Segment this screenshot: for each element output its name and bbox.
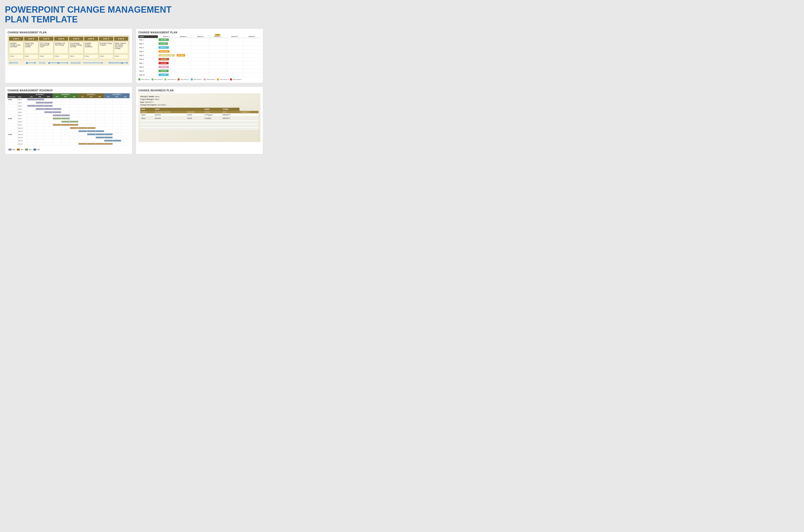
steps-grid: STEP 1 Establish Change Scope and Goals … bbox=[9, 37, 128, 59]
roadmap-row: Task 11 bbox=[7, 130, 130, 133]
gantt-rows: Task 1Due 00/00Task 2Due 00/00Task 3Mile… bbox=[138, 38, 260, 77]
subh-required: REQUIRED bbox=[186, 111, 204, 113]
steps-container: STEP 1 Establish Change Scope and Goals … bbox=[7, 35, 130, 65]
roadmap-row: NAMETask 1 bbox=[7, 98, 130, 101]
today-badge: TODAY bbox=[215, 34, 221, 36]
step-col-2: STEP 2 Explain Why Change Is Needed Note… bbox=[24, 37, 38, 59]
timeline-manage: MANAGE bbox=[69, 62, 83, 64]
roadmap-month-headers: CATEGORY TASK JAN FEB MAR APR MAY JUN JU… bbox=[7, 96, 130, 98]
readiness-wrapper: PROJECT NAME: Name Project Manager: Name… bbox=[138, 93, 260, 142]
roadmap-row: Task 15 bbox=[7, 142, 130, 146]
gantt-wrapper: TASKS MONTH 1 MONTH 2 MONTH 3 TODAY MONT… bbox=[138, 35, 260, 80]
step-col-1: STEP 1 Establish Change Scope and Goals … bbox=[9, 37, 23, 59]
subh-date: DATE bbox=[222, 111, 240, 113]
readiness-row bbox=[140, 120, 259, 121]
step-col-5: STEP 5 Communicate Change Strategy and P… bbox=[69, 37, 83, 59]
tl-dot-2 bbox=[48, 62, 50, 64]
roadmap-row: Task 6 bbox=[7, 114, 130, 117]
tl-dot-1 bbox=[26, 62, 28, 64]
gantt-tasks-header: TASKS bbox=[138, 35, 158, 38]
readiness-meta: PROJECT NAME: Name Project Manager: Name… bbox=[140, 95, 259, 106]
tl-dot-3 bbox=[57, 62, 59, 64]
col-who: WHO bbox=[140, 108, 154, 111]
panel4-title: CHANGE READINESS PLAN bbox=[138, 89, 260, 92]
roadmap-quarter-headers: QUARTER 1 QUARTER 2 QUARTER 3 QUARTER 4 bbox=[7, 93, 130, 96]
timeline-reinforce: REINFORCE bbox=[103, 62, 121, 64]
subh-owner: OWNER bbox=[140, 111, 154, 113]
gantt-month-headers: TASKS MONTH 1 MONTH 2 MONTH 3 TODAY MONT… bbox=[138, 35, 260, 38]
gantt-row: Task 2Due 00/00 bbox=[138, 42, 260, 46]
quadrants-container: CHANGE MANAGEMENT PLAN STEP 1 Establish … bbox=[5, 28, 263, 154]
step-col-6: STEP 6 Establish Change Readiness Notes bbox=[84, 37, 98, 59]
roadmap-row: Task 8 bbox=[7, 120, 130, 124]
gantt-row: Task 6Due 00/00 bbox=[138, 57, 260, 61]
legend-item-1: Task Owner 1 bbox=[138, 78, 150, 80]
roadmap-row: NAMETask 12 bbox=[7, 133, 130, 136]
gantt-row: Task 10Due 00/00 bbox=[138, 73, 260, 77]
timeline-initiate: INITIATE bbox=[9, 62, 26, 64]
panel2-title: CHANGE MANAGEMENT PLAN bbox=[138, 31, 260, 34]
legend-item-4: Task Owner 4 bbox=[204, 78, 216, 80]
roadmap-row: Task 2 bbox=[7, 101, 130, 104]
panel-steps: CHANGE MANAGEMENT PLAN STEP 1 Establish … bbox=[5, 28, 132, 83]
tl-dot-4 bbox=[121, 62, 123, 64]
roadmap-row: Task 10 bbox=[7, 127, 130, 130]
col-other: OTHER bbox=[222, 108, 240, 111]
legend-item-6: Task Owner 6 bbox=[217, 78, 228, 80]
step-col-4: STEP 4 Strategize and Plan Change Notes bbox=[54, 37, 69, 59]
readiness-row: NameElementYes/NoCompleteMM/DD/YY bbox=[140, 116, 259, 120]
roadmap-row: Task 4 bbox=[7, 108, 130, 111]
readiness-table: WHO WHAT WHEN OTHER OWNER READINESS ELEM… bbox=[140, 108, 259, 130]
roadmap-row: Task 14 bbox=[7, 139, 130, 142]
step-col-8: STEP 8 Adjust, Improve, and Sustain Succ… bbox=[114, 37, 128, 59]
readiness-row bbox=[140, 125, 259, 127]
panel-gantt: CHANGE MANAGEMENT PLAN TASKS MONTH 1 MON… bbox=[136, 28, 263, 83]
legend-item-7: Task Owner 7 bbox=[177, 78, 189, 80]
subh-status: STATUS bbox=[203, 111, 222, 113]
readiness-body: NameElementYes/NoIn ProgressMM/DD/YYName… bbox=[140, 113, 259, 130]
timeline-row: INITIATE PLAN MANAGE bbox=[9, 62, 128, 64]
readiness-row bbox=[140, 128, 259, 130]
step-col-3: STEP 3 Form Change Management Team Notes bbox=[39, 37, 53, 59]
gantt-row: Task 9Due 00/00 bbox=[138, 69, 260, 73]
gantt-row: Task 8Due 00/00 bbox=[138, 65, 260, 69]
gantt-row: Task 7Due 00/00 bbox=[138, 61, 260, 65]
roadmap-row: NAMETask 7 bbox=[7, 117, 130, 120]
readiness-row bbox=[140, 121, 259, 123]
roadmap-row: Task 9 bbox=[7, 124, 130, 127]
roadmap-row: Task 5 bbox=[7, 111, 130, 114]
roadmap-rows: NAMETask 1Task 2Task 3Task 4Task 5Task 6… bbox=[7, 98, 130, 146]
panel-roadmap: CHANGE MANAGEMENT ROADMAP QUARTER 1 QUAR… bbox=[5, 87, 132, 154]
gantt-row: Task 1Due 00/00 bbox=[138, 38, 260, 42]
page-title: POWERPOINT CHANGE MANAGEMENT PLAN TEMPLA… bbox=[5, 5, 263, 24]
roadmap-row: Task 13 bbox=[7, 136, 130, 139]
legend-item-8: Task Owner 8 bbox=[230, 78, 242, 80]
roadmap-row: Task 3 bbox=[7, 104, 130, 108]
readiness-row bbox=[140, 123, 259, 125]
roadmap-legend: Title Title Title Title bbox=[7, 148, 130, 152]
col-when: WHEN bbox=[203, 108, 222, 111]
panel3-title: CHANGE MANAGEMENT ROADMAP bbox=[7, 89, 130, 92]
legend-item-2: Task Owner 2 bbox=[191, 78, 203, 80]
readiness-row bbox=[140, 127, 259, 128]
gantt-legend: Task Owner 1 Task Owner 3 Task Owner 5 T… bbox=[138, 78, 260, 80]
subh-element: READINESS ELEMENT bbox=[154, 111, 186, 113]
roadmap-wrapper: QUARTER 1 QUARTER 2 QUARTER 3 QUARTER 4 … bbox=[7, 93, 130, 152]
panel1-title: CHANGE MANAGEMENT PLAN bbox=[7, 31, 130, 34]
legend-item-3: Task Owner 3 bbox=[152, 78, 163, 80]
gantt-row: Task 4Needs Review bbox=[138, 50, 260, 54]
gantt-row: Task 5Milestone 1 – 00/00Due 00/00 bbox=[138, 54, 260, 57]
col-what: WHAT bbox=[154, 108, 203, 111]
subh-comments: COMMENTS bbox=[240, 111, 259, 113]
legend-item-5: Task Owner 5 bbox=[165, 78, 176, 80]
gantt-row: Task 3Milestone 1 bbox=[138, 46, 260, 50]
timeline-plan: PLAN bbox=[36, 62, 48, 64]
readiness-row: NameElementYes/NoIn ProgressMM/DD/YY bbox=[140, 113, 259, 117]
step-col-7: STEP 7 Evaluate Change Progress Notes bbox=[99, 37, 113, 59]
panel-readiness: CHANGE READINESS PLAN PROJECT NAME: Name… bbox=[136, 87, 263, 154]
